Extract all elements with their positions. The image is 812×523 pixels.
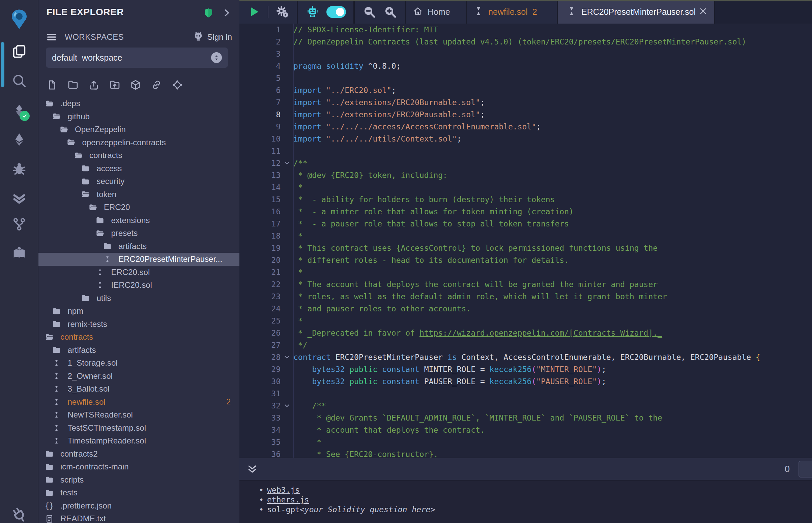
tree-row[interactable]: .deps: [38, 97, 240, 110]
tab-home[interactable]: Home: [406, 0, 467, 23]
tree-row[interactable]: contracts: [38, 330, 240, 344]
line-number: 5: [240, 72, 281, 84]
tree-row[interactable]: ERC20.sol: [38, 266, 240, 279]
tree-item-label: utils: [97, 293, 111, 303]
fold-chevron-icon[interactable]: [281, 157, 293, 169]
fold-gutter: [281, 145, 293, 157]
git-clone-icon[interactable]: [171, 78, 183, 92]
hamburger-menu-icon[interactable]: [46, 31, 57, 43]
tree-row[interactable]: 2_Owner.sol: [38, 370, 240, 383]
fold-chevron-icon[interactable]: [281, 351, 293, 363]
tree-row[interactable]: contracts2: [38, 448, 240, 461]
tree-row[interactable]: scripts: [38, 473, 240, 487]
tab-erc20presetminterpauser-sol[interactable]: ERC20PresetMinterPauser.sol: [558, 0, 715, 23]
tree-row[interactable]: access: [38, 162, 240, 175]
tree-row[interactable]: ERC20: [38, 201, 240, 214]
unit-testing-icon[interactable]: [0, 191, 38, 206]
tree-row[interactable]: github: [38, 110, 240, 123]
zoom-in-button[interactable]: [383, 5, 397, 19]
tree-row[interactable]: 1_Storage.sol: [38, 357, 240, 370]
learneth-icon[interactable]: [0, 246, 38, 261]
git-icon[interactable]: [0, 216, 38, 232]
tree-row[interactable]: ERC20PresetMinterPauser...: [38, 253, 240, 266]
fold-chevron-icon[interactable]: [281, 400, 293, 412]
expand-terminal-icon[interactable]: [246, 463, 258, 475]
tree-row[interactable]: openzeppelin-contracts: [38, 136, 240, 149]
tree-item-label: icm-contracts-main: [60, 462, 129, 471]
tree-item-label: contracts: [89, 151, 122, 160]
close-tab-icon[interactable]: [699, 7, 707, 17]
folder-icon: [95, 216, 105, 225]
workspace-select[interactable]: default_workspace: [46, 48, 228, 68]
upload-folder-icon[interactable]: [109, 78, 121, 92]
toolbar-group: [355, 0, 405, 23]
chevron-right-icon[interactable]: [221, 7, 232, 20]
tree-row[interactable]: OpenZeppelin: [38, 123, 240, 136]
tree-row[interactable]: README.txt: [38, 512, 240, 523]
tree-row[interactable]: tests: [38, 486, 240, 500]
ipfs-box-icon[interactable]: [129, 78, 142, 92]
tree-row[interactable]: security: [38, 175, 240, 188]
tree-row[interactable]: IERC20.sol: [38, 279, 240, 292]
ai-copilot-toggle[interactable]: [326, 6, 346, 18]
line-number: 29: [240, 363, 281, 375]
deploy-run-icon[interactable]: [0, 132, 38, 147]
link-icon[interactable]: [151, 78, 162, 92]
file-explorer-icon[interactable]: [0, 43, 38, 59]
tree-row[interactable]: NewTSReader.sol: [38, 409, 240, 421]
remix-logo-icon[interactable]: [0, 8, 38, 30]
fold-gutter: [281, 96, 293, 109]
solidity-file-icon: [52, 372, 61, 380]
search-icon[interactable]: [0, 73, 38, 89]
tab-newfile-sol[interactable]: newfile.sol2: [467, 0, 558, 23]
tree-row[interactable]: extensions: [38, 214, 240, 227]
tree-row[interactable]: TestSCTimestamp.sol: [38, 421, 240, 435]
compile-run-icon[interactable]: [275, 5, 289, 19]
tree-row[interactable]: token: [38, 188, 240, 201]
code-line: 35 *: [240, 436, 812, 448]
fold-gutter: [281, 181, 293, 194]
line-number: 7: [240, 96, 281, 109]
tree-row[interactable]: artifacts: [38, 344, 240, 357]
tree-row[interactable]: npm: [38, 305, 240, 318]
terminal-library-link[interactable]: web3.js: [267, 485, 300, 495]
tree-row[interactable]: newfile.sol2: [38, 396, 240, 409]
line-number: 22: [240, 278, 281, 290]
fold-gutter: [281, 387, 293, 400]
bullet: •: [259, 505, 267, 515]
tree-item-label: ERC20.sol: [111, 268, 150, 277]
new-folder-icon[interactable]: [67, 78, 79, 92]
solidity-compiler-icon[interactable]: [0, 103, 38, 118]
tree-row[interactable]: contracts: [38, 149, 240, 162]
tree-row[interactable]: 3_Ballot.sol: [38, 382, 240, 396]
new-file-icon[interactable]: [46, 78, 58, 92]
tree-row[interactable]: icm-contracts-main: [38, 460, 240, 473]
tab-label: Home: [428, 7, 450, 17]
sign-in-button[interactable]: Sign in: [207, 32, 232, 42]
code-line: 28contract ERC20PresetMinterPauser is Co…: [240, 351, 812, 363]
zoom-out-button[interactable]: [362, 5, 376, 19]
line-number: 19: [240, 242, 281, 254]
line-number: 21: [240, 266, 281, 278]
line-number: 31: [240, 387, 281, 400]
upload-file-icon[interactable]: [88, 78, 100, 92]
code-editor[interactable]: 1// SPDX-License-Identifier: MIT2// Open…: [240, 23, 812, 458]
tree-row[interactable]: TimestampReader.sol: [38, 434, 240, 448]
tree-item-label: remix-tests: [68, 320, 107, 329]
code-line: 3: [240, 48, 812, 60]
tree-row[interactable]: artifacts: [38, 240, 240, 253]
plugin-manager-icon[interactable]: [0, 507, 38, 523]
run-script-button[interactable]: [247, 5, 261, 19]
terminal-search-input[interactable]: [798, 461, 812, 477]
line-number: 10: [240, 133, 281, 145]
workspace-select-toggle-icon[interactable]: [211, 52, 222, 63]
tree-row[interactable]: remix-tests: [38, 318, 240, 331]
terminal-library-link[interactable]: ethers.js: [267, 495, 309, 505]
tree-row[interactable]: {}.prettierrc.json: [38, 500, 240, 512]
ai-assistant-icon[interactable]: [305, 5, 320, 19]
debugger-icon[interactable]: [0, 161, 38, 177]
tree-row[interactable]: utils: [38, 292, 240, 305]
line-number: 2: [240, 36, 281, 48]
line-number: 11: [240, 145, 281, 157]
tree-row[interactable]: presets: [38, 227, 240, 240]
